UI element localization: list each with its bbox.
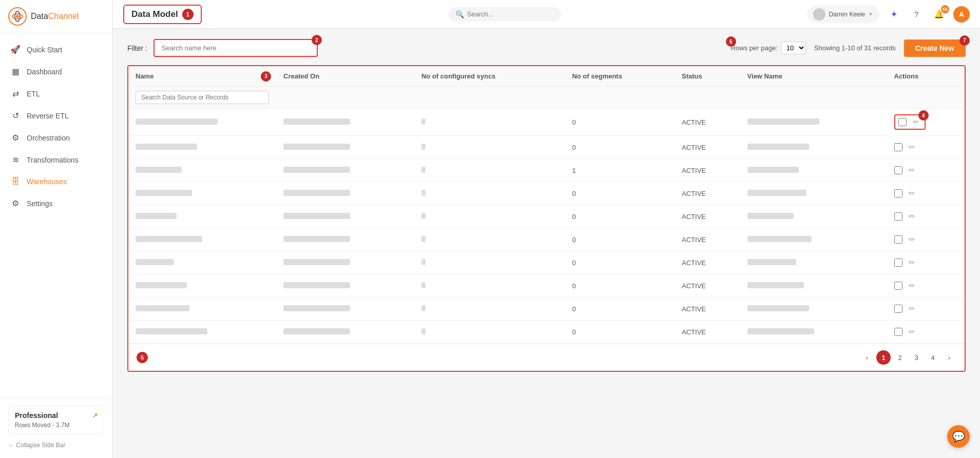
cell-actions: ✏: [887, 251, 965, 274]
rows-per-page-badge: 6: [726, 36, 736, 47]
sidebar-item-reverse-etl[interactable]: ↺ Reverse ETL: [0, 105, 112, 127]
sidebar-item-settings[interactable]: ⚙ Settings: [0, 192, 112, 214]
row-checkbox[interactable]: [894, 235, 902, 244]
cell-segments: 0: [565, 321, 675, 344]
edit-icon-button[interactable]: ✏: [907, 211, 917, 222]
row-checkbox[interactable]: [894, 328, 902, 336]
edit-icon-button[interactable]: ✏: [907, 165, 917, 176]
table-row: 0ACTIVE✏: [128, 251, 965, 274]
cell-syncs: [414, 205, 565, 228]
row-checkbox[interactable]: [894, 282, 902, 290]
cell-view-name: [740, 182, 887, 205]
page-4-button[interactable]: 4: [926, 350, 940, 365]
table-row: 0ACTIVE✏: [128, 205, 965, 228]
row-checkbox[interactable]: [894, 189, 902, 197]
filter-input[interactable]: [153, 39, 318, 57]
rows-per-page-select[interactable]: 10 25 50: [781, 42, 806, 54]
warehouses-icon: 🗄: [10, 177, 21, 186]
edit-icon-button[interactable]: ✏: [907, 234, 917, 245]
cell-name: [128, 297, 276, 321]
sidebar-item-quick-start[interactable]: 🚀 Quick Start: [0, 38, 112, 61]
orchestration-icon: ⚙: [10, 133, 21, 143]
prev-page-button[interactable]: ‹: [860, 350, 874, 365]
filter-right: 6 Rows per page: 10 25 50 Showing 1-10 o…: [731, 39, 966, 57]
cell-actions: ✏: [887, 182, 965, 205]
cell-view-name: [740, 109, 887, 136]
cell-actions: ✏: [887, 205, 965, 228]
sidebar-item-orchestration[interactable]: ⚙ Orchestration: [0, 127, 112, 149]
actions-highlighted-wrapper: ✏4: [894, 114, 926, 130]
sidebar-item-label: Reverse ETL: [27, 112, 69, 120]
page-3-button[interactable]: 3: [909, 350, 924, 365]
row-checkbox[interactable]: [894, 305, 902, 313]
page-title-box: Data Model 1: [123, 5, 202, 24]
table-body: 0ACTIVE✏40ACTIVE✏1ACTIVE✏0ACTIVE✏0ACTIVE…: [128, 109, 965, 344]
sidebar-item-label: Quick Start: [27, 46, 62, 54]
row-checkbox[interactable]: [894, 166, 902, 174]
cell-actions: ✏: [887, 136, 965, 159]
collapse-sidebar-button[interactable]: ← Collapse Side Bar: [8, 440, 104, 451]
cell-status: ACTIVE: [675, 251, 740, 274]
cell-created-on: [276, 274, 414, 297]
row-checkbox[interactable]: [898, 118, 907, 126]
topbar-search-box[interactable]: 🔍: [448, 7, 561, 22]
cell-segments: 0: [565, 109, 675, 136]
table-row: 0ACTIVE✏: [128, 228, 965, 251]
cell-name: [128, 136, 276, 159]
cell-status: ACTIVE: [675, 321, 740, 344]
table-row: 1ACTIVE✏: [128, 159, 965, 182]
etl-icon: ⇄: [10, 89, 21, 98]
cell-created-on: [276, 109, 414, 136]
row-checkbox[interactable]: [894, 258, 902, 267]
cell-status: ACTIVE: [675, 182, 740, 205]
actions-cell: ✏: [894, 303, 958, 314]
sidebar-item-dashboard[interactable]: ▦ Dashboard: [0, 61, 112, 83]
sidebar-item-etl[interactable]: ⇄ ETL: [0, 83, 112, 105]
sidebar-item-warehouses[interactable]: 🗄 Warehouses: [0, 171, 112, 192]
cell-actions: ✏: [887, 159, 965, 182]
sidebar-item-transformations[interactable]: ≋ Transformations: [0, 149, 112, 171]
cell-segments: 0: [565, 251, 675, 274]
table-search-input[interactable]: [136, 91, 269, 104]
notifications-button[interactable]: 🔔 55: [931, 6, 947, 23]
cell-name: [128, 182, 276, 205]
page-1-button[interactable]: 1: [876, 350, 891, 365]
chat-support-button[interactable]: 💬: [947, 425, 970, 448]
cell-created-on: [276, 251, 414, 274]
cell-name: [128, 321, 276, 344]
settings-icon: ⚙: [10, 198, 21, 208]
actions-cell: ✏: [894, 188, 958, 199]
cell-view-name: [740, 274, 887, 297]
external-link-icon[interactable]: ↗: [92, 412, 98, 419]
actions-cell: ✏: [894, 280, 958, 291]
table-search-cell: [128, 87, 276, 109]
edit-icon-button[interactable]: ✏: [907, 142, 917, 153]
cell-syncs: [414, 228, 565, 251]
cell-view-name: [740, 205, 887, 228]
row-checkbox[interactable]: [894, 212, 902, 221]
cell-segments: 1: [565, 159, 675, 182]
edit-icon-button[interactable]: ✏: [907, 257, 917, 268]
cell-view-name: [740, 321, 887, 344]
create-new-button[interactable]: Create New 7: [904, 39, 966, 57]
user-menu[interactable]: Darren Keele ▼: [807, 6, 879, 23]
rows-per-page: 6 Rows per page: 10 25 50: [731, 42, 806, 54]
next-page-button[interactable]: ›: [942, 350, 956, 365]
user-avatar-circle[interactable]: A: [953, 6, 970, 23]
edit-icon-button[interactable]: ✏: [907, 303, 917, 314]
edit-icon-button[interactable]: ✏: [907, 280, 917, 291]
cell-name: [128, 228, 276, 251]
ai-sparkle-button[interactable]: ✦: [886, 6, 902, 23]
cell-name: [128, 159, 276, 182]
search-input[interactable]: [467, 10, 549, 18]
edit-icon-button[interactable]: ✏: [907, 326, 917, 337]
help-button[interactable]: ?: [908, 6, 925, 23]
row-checkbox[interactable]: [894, 143, 902, 151]
cell-status: ACTIVE: [675, 159, 740, 182]
page-2-button[interactable]: 2: [893, 350, 907, 365]
col-configured-syncs: No of configured syncs: [414, 66, 565, 87]
filter-badge: 2: [312, 35, 322, 45]
edit-icon-button[interactable]: ✏: [907, 188, 917, 199]
user-name: Darren Keele: [829, 11, 865, 18]
filter-bar: Filter : 2 6 Rows per page: 10 25 50 Sho…: [127, 39, 966, 57]
